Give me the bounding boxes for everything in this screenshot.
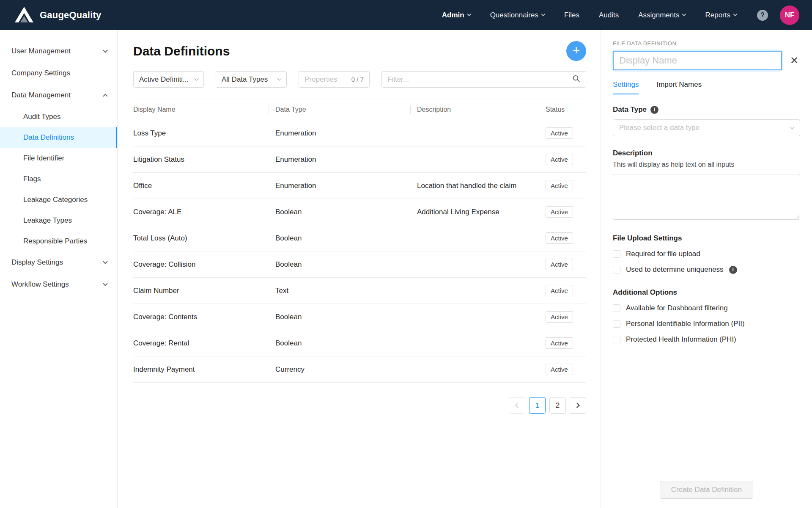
top-navbar: GaugeQuality Admin Questionnaires Files … [0,0,812,30]
pagination-prev-button[interactable] [509,397,525,414]
sidebar-item-leakage-types[interactable]: Leakage Types [0,210,117,231]
nav-item-label: Assignments [638,11,679,19]
properties-select[interactable]: Properties 0 / 7 [299,71,370,88]
checkbox-label: Required for file upload [626,250,700,258]
sidebar-item-data-definitions[interactable]: Data Definitions [0,127,117,148]
cell-data-type: Text [275,278,417,304]
status-badge: Active [546,311,573,323]
sidebar-item-display-settings[interactable]: Display Settings [0,251,117,273]
sidebar-submenu-data-management: Audit Types Data Definitions File Identi… [0,106,117,251]
checkbox-used-to-determine-uniqueness[interactable]: Used to determine uniqueness i [613,265,800,274]
table-row[interactable]: Total Loss (Auto) Boolean Active [133,225,586,251]
nav-item-assignments[interactable]: Assignments [638,11,686,19]
help-icon[interactable]: ? [757,10,768,21]
sidebar-item-data-management[interactable]: Data Management [0,84,117,106]
plus-icon: + [573,44,580,57]
checkbox-icon[interactable] [613,266,620,273]
sidebar-item-workflow-settings[interactable]: Workflow Settings [0,273,117,295]
column-header-status: Status [546,99,586,120]
table-row[interactable]: Indemnity Payment Currency Active [133,356,586,383]
pagination: 1 2 [133,397,586,414]
table-row[interactable]: Coverage: Rental Boolean Active [133,330,586,356]
description-textarea[interactable] [613,174,800,220]
checkbox-available-for-dashboard-filtering[interactable]: Available for Dashboard filtering [613,304,800,312]
sidebar-item-flags[interactable]: Flags [0,168,117,189]
add-data-definition-button[interactable]: + [566,41,586,61]
close-icon[interactable]: ✕ [788,54,800,67]
cell-status: Active [546,120,586,146]
nav-item-label: Files [564,11,579,19]
info-icon[interactable]: i [729,266,737,274]
cell-status: Active [546,225,586,251]
chevron-down-icon [103,48,107,52]
select-placeholder: Properties [304,75,337,84]
table-header-row: Display Name Data Type Description Statu… [133,99,586,120]
tab-import-names[interactable]: Import Names [656,80,702,94]
drawer-tabs: Settings Import Names [613,80,800,94]
pagination-page-2[interactable]: 2 [549,397,566,414]
definition-status-select[interactable]: Active Definiti... [133,71,204,88]
sidebar-item-company-settings[interactable]: Company Settings [0,62,117,84]
cell-status: Active [546,330,586,356]
create-data-definition-button[interactable]: Create Data Definition [660,481,753,499]
file-data-definition-drawer: FILE DATA DEFINITION ✕ Settings Import N… [601,30,812,508]
search-icon[interactable] [572,75,580,84]
sidebar-item-leakage-categories[interactable]: Leakage Categories [0,189,117,210]
tab-settings[interactable]: Settings [613,80,639,94]
avatar[interactable]: NF [780,6,799,25]
checkbox-icon[interactable] [613,320,620,328]
checkbox-icon[interactable] [613,304,620,312]
nav-item-reports[interactable]: Reports [705,11,737,19]
table-row[interactable]: Coverage: ALE Boolean Additional Living … [133,199,586,225]
table-row[interactable]: Coverage: Collision Boolean Active [133,251,586,278]
status-badge: Active [546,337,573,349]
data-type-label-row: Data Type i [613,105,800,114]
sidebar-item-user-management[interactable]: User Management [0,40,117,62]
cell-status: Active [546,173,586,199]
chevron-down-icon [103,281,107,286]
chevron-down-icon [733,12,738,16]
sidebar-item-file-identifier[interactable]: File Identifier [0,148,117,168]
nav-item-questionnaires[interactable]: Questionnaires [490,11,545,19]
cell-description [417,330,546,356]
drawer-title: FILE DATA DEFINITION [613,40,800,47]
table-row[interactable]: Office Enumeration Location that handled… [133,173,586,199]
checkbox-phi[interactable]: Protected Health Information (PHI) [613,335,800,344]
table-row[interactable]: Claim Number Text Active [133,278,586,304]
checkbox-icon[interactable] [613,250,620,258]
cell-data-type: Enumeration [275,146,417,173]
data-type-dropdown[interactable]: Please select a data type [613,119,800,136]
chevron-up-icon [103,94,107,98]
cell-display-name: Coverage: ALE [133,199,275,225]
filter-search-input[interactable] [387,75,572,84]
select-value: All Data Types [222,75,268,84]
cell-data-type: Boolean [275,330,417,356]
nav-item-admin[interactable]: Admin [442,11,471,19]
table-row[interactable]: Coverage: Contents Boolean Active [133,304,586,330]
table-row[interactable]: Loss Type Enumeration Active [133,120,586,146]
pagination-next-button[interactable] [570,397,586,414]
cell-data-type: Boolean [275,304,417,330]
resize-grip-icon[interactable] [794,214,799,218]
checkbox-label: Protected Health Information (PHI) [626,335,736,344]
cell-description [417,146,546,173]
status-badge: Active [546,364,573,375]
checkbox-icon[interactable] [613,336,620,343]
cell-display-name: Coverage: Collision [133,251,275,278]
sidebar-item-audit-types[interactable]: Audit Types [0,106,117,127]
pagination-page-1[interactable]: 1 [529,397,546,414]
checkbox-required-for-file-upload[interactable]: Required for file upload [613,250,800,258]
cell-description [417,225,546,251]
status-badge: Active [546,154,573,165]
data-type-select[interactable]: All Data Types [216,71,287,88]
chevron-down-icon [541,12,546,16]
info-icon[interactable]: i [650,106,658,114]
nav-item-audits[interactable]: Audits [599,11,619,19]
table-row[interactable]: Litigation Status Enumeration Active [133,146,586,173]
cell-description [417,120,546,146]
sidebar-item-responsible-parties[interactable]: Responsible Parties [0,231,117,251]
cell-description [417,251,546,278]
nav-item-files[interactable]: Files [564,11,579,19]
checkbox-pii[interactable]: Personal Identifiable Information (PII) [613,320,800,328]
display-name-input[interactable] [613,51,782,70]
